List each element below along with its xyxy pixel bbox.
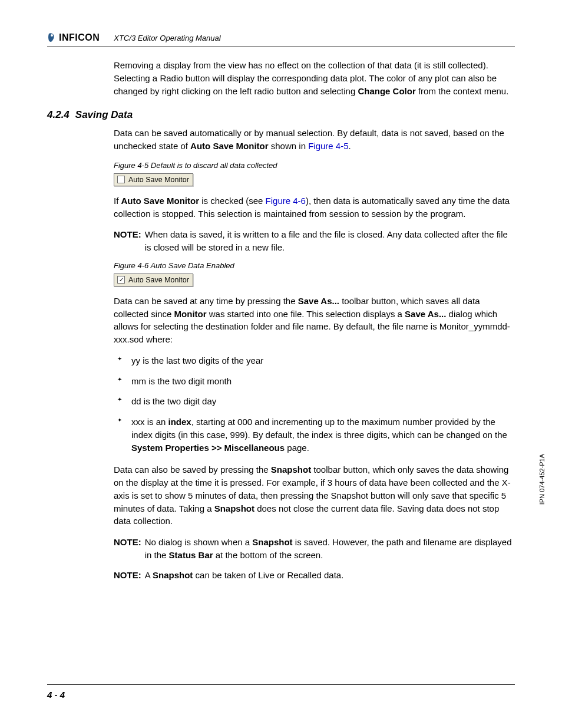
section-title: Saving Data [75, 109, 133, 121]
note: NOTE: No dialog is shown when a Snapshot… [114, 536, 515, 562]
paragraph: Data can also be saved by pressing the S… [114, 463, 515, 528]
auto-save-checkbox-checked: ✓ Auto Save Monitor [114, 274, 193, 286]
note-label: NOTE: [114, 228, 141, 254]
page-number: 4 - 4 [47, 690, 65, 700]
note-text: When data is saved, it is written to a f… [145, 228, 515, 254]
paragraph: Data can be saved at any time by pressin… [114, 295, 515, 346]
list-item: yy is the last two digits of the year [117, 354, 515, 367]
note-label: NOTE: [114, 536, 141, 562]
manual-title: XTC/3 Editor Operating Manual [114, 34, 220, 43]
checkbox-label: Auto Save Monitor [128, 176, 189, 184]
logo-icon [47, 32, 57, 43]
note-text: A Snapshot can be taken of Live or Recal… [145, 569, 344, 582]
filename-parts-list: yy is the last two digits of the year mm… [114, 354, 515, 454]
note: NOTE: When data is saved, it is written … [114, 228, 515, 254]
logo: INFICON [47, 32, 100, 43]
checkbox-icon [117, 176, 125, 183]
paragraph: If Auto Save Monitor is checked (see Fig… [114, 195, 515, 220]
list-item: mm is the two digit month [117, 375, 515, 388]
document-id: IPN 074-452-P1A [538, 454, 546, 505]
checkbox-label: Auto Save Monitor [128, 276, 189, 284]
figure-link[interactable]: Figure 4-6 [266, 196, 306, 206]
note-label: NOTE: [114, 569, 141, 582]
list-item: dd is the two digit day [117, 395, 515, 408]
intro-paragraph: Removing a display from the view has no … [114, 59, 515, 97]
figure-caption: Figure 4-5 Default is to discard all dat… [114, 161, 515, 170]
section-number: 4.2.4 [47, 109, 70, 121]
page-header: INFICON XTC/3 Editor Operating Manual [47, 32, 515, 47]
logo-text: INFICON [59, 32, 100, 43]
svg-point-0 [51, 34, 53, 37]
section-heading: 4.2.4 Saving Data [47, 109, 515, 121]
auto-save-checkbox-unchecked: Auto Save Monitor [114, 173, 193, 186]
checkbox-icon: ✓ [117, 276, 125, 284]
list-item: xxx is an index, starting at 000 and inc… [117, 416, 515, 454]
page-footer: 4 - 4 [47, 684, 515, 700]
note: NOTE: A Snapshot can be taken of Live or… [114, 569, 515, 582]
figure-caption: Figure 4-6 Auto Save Data Enabled [114, 261, 515, 270]
note-text: No dialog is shown when a Snapshot is sa… [145, 536, 515, 562]
figure-link[interactable]: Figure 4-5 [308, 141, 348, 151]
paragraph: Data can be saved automatically or by ma… [114, 127, 515, 153]
